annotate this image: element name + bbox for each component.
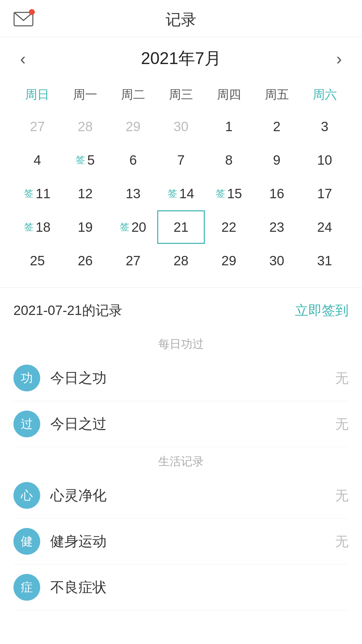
day-number: 19: [78, 220, 93, 235]
sign-now-button[interactable]: 立即签到: [295, 301, 349, 320]
record-bing[interactable]: 症 不良症状: [13, 565, 349, 610]
cal-day-28[interactable]: 28: [157, 244, 205, 277]
cal-day-9[interactable]: 9: [253, 143, 301, 177]
day-number: 20: [131, 220, 146, 235]
cal-day-15[interactable]: 签15: [205, 177, 253, 210]
day-number: 22: [222, 220, 237, 235]
cal-day-29[interactable]: 29: [109, 110, 157, 143]
sign-mark: 签: [168, 187, 177, 200]
cal-day-4[interactable]: 4: [13, 143, 61, 177]
record-guo[interactable]: 过 今日之过 无: [13, 401, 349, 447]
day-number: 27: [30, 119, 45, 134]
cal-day-31[interactable]: 31: [301, 244, 349, 277]
cal-day-1[interactable]: 1: [205, 110, 253, 143]
day-number: 30: [269, 253, 284, 268]
bing-label: 不良症状: [50, 578, 349, 597]
cal-day-19[interactable]: 19: [61, 210, 109, 244]
day-number: 5: [87, 153, 95, 168]
cal-day-5[interactable]: 签5: [61, 143, 109, 177]
day-number: 16: [269, 186, 284, 201]
record-jian[interactable]: 健 健身运动 无: [13, 519, 349, 565]
records-header: 2021-07-21的记录 立即签到: [13, 288, 349, 330]
next-month-button[interactable]: ›: [329, 49, 349, 68]
mail-icon: [13, 10, 34, 26]
cal-day-3[interactable]: 3: [301, 110, 349, 143]
cal-day-20[interactable]: 签20: [109, 210, 157, 244]
jian-icon: 健: [13, 528, 40, 555]
cal-day-8[interactable]: 8: [205, 143, 253, 177]
mail-button[interactable]: [13, 10, 34, 26]
day-number: 28: [78, 119, 93, 134]
day-number: 28: [174, 253, 189, 268]
day-number: 25: [30, 253, 45, 268]
cal-day-2[interactable]: 2: [253, 110, 301, 143]
guo-icon: 过: [13, 411, 40, 437]
header: 记录: [0, 0, 362, 37]
cal-day-30[interactable]: 30: [157, 110, 205, 143]
day-number: 8: [225, 153, 233, 168]
day-number: 10: [317, 153, 332, 168]
mail-badge: [29, 9, 35, 15]
calendar-grid: 272829301234签5678910签111213签14签151617签18…: [13, 110, 349, 277]
daily-section: 每日功过 功 今日之功 无 过 今日之过 无: [13, 336, 349, 447]
weekday-headers: 周日 周一 周二 周三 周四 周五 周六: [13, 83, 349, 106]
records-section: 2021-07-21的记录 立即签到 每日功过 功 今日之功 无 过 今日之过 …: [0, 288, 362, 610]
weekday-wednesday: 周三: [157, 83, 205, 106]
cal-day-29[interactable]: 29: [205, 244, 253, 277]
records-date: 2021-07-21的记录: [13, 301, 122, 320]
cal-day-23[interactable]: 23: [253, 210, 301, 244]
day-number: 31: [317, 253, 332, 268]
prev-month-button[interactable]: ‹: [13, 49, 33, 68]
gong-label: 今日之功: [50, 369, 335, 387]
record-gong[interactable]: 功 今日之功 无: [13, 355, 349, 401]
sign-mark: 签: [216, 187, 225, 200]
calendar-section: ‹ 2021年7月 › 周日 周一 周二 周三 周四 周五 周六 2728293…: [0, 37, 362, 288]
cal-day-25[interactable]: 25: [13, 244, 61, 277]
cal-day-14[interactable]: 签14: [157, 177, 205, 210]
cal-day-17[interactable]: 17: [301, 177, 349, 210]
day-number: 13: [126, 186, 141, 201]
cal-day-21[interactable]: 21: [157, 210, 205, 244]
xin-value: 无: [335, 486, 349, 505]
cal-day-18[interactable]: 签18: [13, 210, 61, 244]
day-number: 11: [36, 186, 51, 201]
cal-day-28[interactable]: 28: [61, 110, 109, 143]
gong-icon: 功: [13, 365, 40, 391]
cal-day-27[interactable]: 27: [13, 110, 61, 143]
gong-value: 无: [335, 369, 349, 387]
day-number: 4: [34, 153, 41, 168]
cal-day-13[interactable]: 13: [109, 177, 157, 210]
day-number: 6: [129, 153, 137, 168]
cal-day-24[interactable]: 24: [301, 210, 349, 244]
day-number: 14: [179, 186, 194, 201]
day-number: 15: [227, 186, 242, 201]
weekday-saturday: 周六: [301, 83, 349, 106]
cal-day-26[interactable]: 26: [61, 244, 109, 277]
day-number: 2: [273, 119, 281, 134]
cal-day-7[interactable]: 7: [157, 143, 205, 177]
bing-icon: 症: [13, 574, 40, 601]
day-number: 24: [317, 220, 332, 235]
weekday-sunday: 周日: [13, 83, 61, 106]
day-number: 30: [174, 119, 189, 134]
cal-day-22[interactable]: 22: [205, 210, 253, 244]
daily-section-title: 每日功过: [13, 336, 349, 352]
day-number: 21: [174, 220, 189, 235]
day-number: 17: [317, 186, 332, 201]
cal-day-16[interactable]: 16: [253, 177, 301, 210]
cal-day-30[interactable]: 30: [253, 244, 301, 277]
month-nav: ‹ 2021年7月 ›: [13, 47, 349, 70]
day-number: 26: [78, 253, 93, 268]
guo-label: 今日之过: [50, 415, 335, 433]
sign-mark: 签: [24, 221, 34, 233]
cal-day-12[interactable]: 12: [61, 177, 109, 210]
cal-day-6[interactable]: 6: [109, 143, 157, 177]
record-xin[interactable]: 心 心灵净化 无: [13, 473, 349, 519]
guo-value: 无: [335, 415, 349, 433]
cal-day-10[interactable]: 10: [301, 143, 349, 177]
weekday-friday: 周五: [253, 83, 301, 106]
cal-day-27[interactable]: 27: [109, 244, 157, 277]
cal-day-11[interactable]: 签11: [13, 177, 61, 210]
sign-mark: 签: [120, 221, 129, 233]
day-number: 3: [321, 119, 328, 134]
